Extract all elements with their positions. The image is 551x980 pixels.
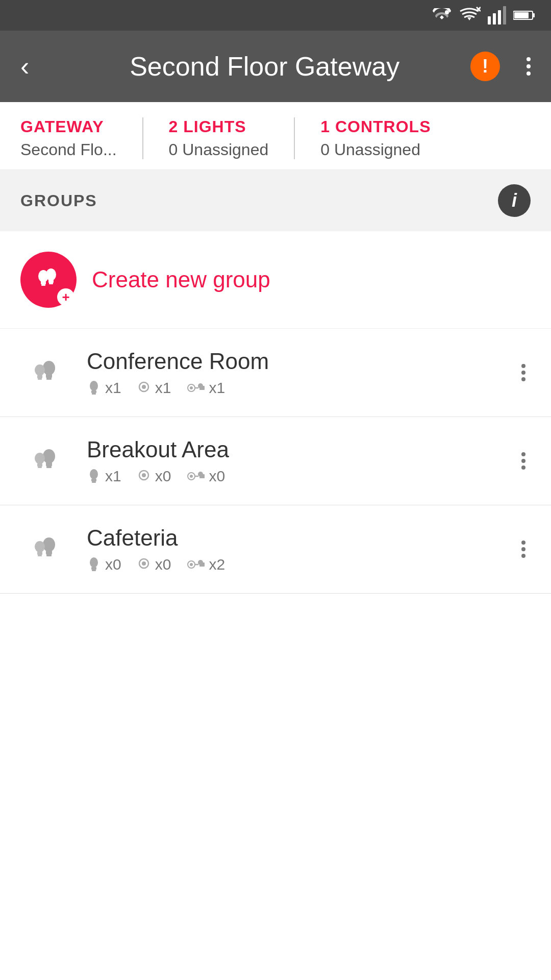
bulb-large-icon bbox=[31, 531, 61, 567]
signal-icon bbox=[488, 6, 506, 24]
svg-rect-10 bbox=[533, 13, 535, 17]
svg-rect-19 bbox=[46, 378, 52, 380]
wifi-x-icon bbox=[458, 6, 481, 24]
sensor-count-text: x1 bbox=[155, 379, 171, 397]
sensor-icon bbox=[137, 380, 151, 396]
bulb-count: x1 bbox=[87, 468, 121, 485]
create-group-label: Create new group bbox=[92, 267, 270, 292]
svg-point-20 bbox=[35, 364, 45, 376]
group-name: Conference Room bbox=[87, 349, 501, 374]
tab-lights[interactable]: 2 LIGHTS 0 Unassigned bbox=[169, 117, 269, 159]
svg-point-17 bbox=[43, 361, 55, 375]
svg-rect-41 bbox=[92, 481, 96, 483]
switch-icon bbox=[186, 380, 205, 396]
svg-point-59 bbox=[142, 561, 146, 566]
switch-count: x2 bbox=[186, 556, 225, 573]
group-name: Cafeteria bbox=[87, 525, 501, 551]
svg-rect-21 bbox=[37, 375, 42, 378]
tab-lights-label: 2 LIGHTS bbox=[169, 117, 269, 136]
svg-rect-25 bbox=[92, 393, 96, 395]
group-item: Conference Room x1 bbox=[0, 329, 551, 417]
group-counts: x0 x0 bbox=[87, 556, 501, 573]
group-counts: x1 x0 bbox=[87, 468, 501, 485]
group-info: Conference Room x1 bbox=[87, 349, 501, 397]
bulb-count-text: x1 bbox=[105, 379, 121, 397]
svg-rect-35 bbox=[46, 466, 52, 468]
svg-point-43 bbox=[142, 473, 146, 477]
tab-gateway-sub: Second Flo... bbox=[20, 140, 117, 159]
svg-point-36 bbox=[35, 453, 45, 464]
group-info: Breakout Area x1 bbox=[87, 437, 501, 485]
group-more-button[interactable] bbox=[516, 359, 531, 386]
svg-point-55 bbox=[90, 557, 98, 568]
sensor-count: x0 bbox=[137, 556, 171, 573]
svg-rect-32 bbox=[199, 386, 205, 390]
status-bar: x bbox=[0, 0, 551, 31]
page-title: Second Floor Gateway bbox=[39, 51, 490, 82]
svg-rect-5 bbox=[493, 13, 496, 24]
svg-rect-50 bbox=[46, 551, 52, 554]
svg-rect-40 bbox=[91, 479, 96, 481]
group-icon bbox=[20, 524, 71, 575]
svg-rect-6 bbox=[498, 10, 501, 24]
svg-rect-37 bbox=[37, 463, 42, 467]
bulb-count-icon bbox=[87, 380, 101, 396]
svg-point-45 bbox=[190, 475, 193, 478]
svg-rect-64 bbox=[199, 562, 205, 567]
svg-rect-56 bbox=[91, 567, 96, 570]
bulb-pair-icon bbox=[31, 443, 61, 479]
nav-bar: ‹ Second Floor Gateway ! bbox=[0, 31, 551, 102]
svg-point-49 bbox=[43, 537, 55, 552]
tab-bar: GATEWAY Second Flo... 2 LIGHTS 0 Unassig… bbox=[0, 102, 551, 170]
svg-rect-12 bbox=[41, 281, 46, 284]
svg-rect-24 bbox=[91, 390, 96, 393]
sensor-count-text: x0 bbox=[155, 468, 171, 485]
tab-controls-label: 1 CONTROLS bbox=[320, 117, 431, 136]
svg-point-61 bbox=[190, 563, 193, 566]
group-more-button[interactable] bbox=[516, 447, 531, 475]
tab-controls-sub: 0 Unassigned bbox=[320, 140, 431, 159]
svg-point-33 bbox=[43, 449, 55, 463]
create-group-row[interactable]: + Create new group bbox=[0, 231, 551, 329]
sensor-count: x0 bbox=[137, 468, 171, 485]
back-button[interactable]: ‹ bbox=[20, 53, 29, 80]
switch-icon bbox=[186, 468, 205, 484]
svg-point-39 bbox=[90, 469, 98, 479]
svg-point-29 bbox=[190, 386, 193, 389]
svg-rect-13 bbox=[41, 284, 45, 286]
bulb-pair-icon bbox=[31, 355, 61, 390]
group-more-button[interactable] bbox=[516, 535, 531, 563]
groups-header: GROUPS i bbox=[0, 170, 551, 231]
svg-rect-15 bbox=[48, 280, 54, 283]
group-name: Breakout Area bbox=[87, 437, 501, 462]
svg-rect-9 bbox=[514, 12, 529, 18]
wifi-icon: x bbox=[433, 8, 451, 22]
battery-icon bbox=[513, 9, 536, 21]
bulb-pair-icon bbox=[31, 531, 61, 567]
svg-text:x: x bbox=[446, 10, 449, 15]
sensor-count-text: x0 bbox=[155, 556, 171, 573]
groups-list: Conference Room x1 bbox=[0, 329, 551, 594]
switch-count-text: x2 bbox=[209, 556, 225, 573]
info-button[interactable]: i bbox=[498, 184, 531, 217]
create-group-icon: + bbox=[20, 252, 77, 308]
svg-rect-53 bbox=[37, 552, 42, 555]
group-icon bbox=[20, 347, 71, 398]
sensor-icon bbox=[137, 468, 151, 484]
plus-badge: + bbox=[57, 288, 74, 306]
bulb-count-icon bbox=[87, 556, 101, 573]
svg-rect-48 bbox=[199, 474, 205, 478]
group-info: Cafeteria x0 bbox=[87, 525, 501, 573]
tab-lights-sub: 0 Unassigned bbox=[169, 140, 269, 159]
tab-controls[interactable]: 1 CONTROLS 0 Unassigned bbox=[320, 117, 431, 159]
tab-divider-1 bbox=[142, 117, 143, 159]
svg-rect-7 bbox=[503, 6, 506, 24]
group-counts: x1 x1 bbox=[87, 379, 501, 397]
bulb-count: x1 bbox=[87, 379, 121, 397]
svg-point-14 bbox=[46, 268, 56, 281]
tab-gateway[interactable]: GATEWAY Second Flo... bbox=[20, 117, 117, 159]
group-icon bbox=[20, 435, 71, 486]
more-menu-button[interactable] bbox=[521, 52, 536, 81]
switch-count-text: x0 bbox=[209, 468, 225, 485]
alert-badge[interactable]: ! bbox=[470, 52, 500, 81]
